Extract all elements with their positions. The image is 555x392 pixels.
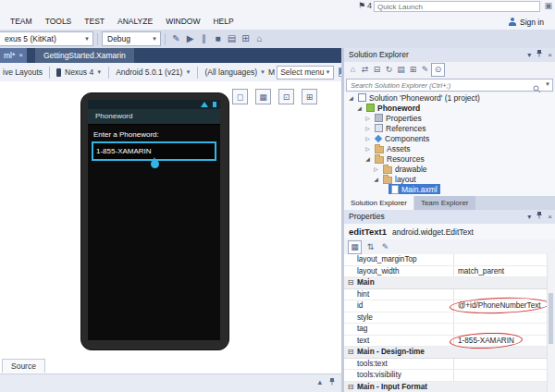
zoom-fit-icon[interactable]: ⊡	[278, 89, 294, 104]
selection-handle[interactable]	[151, 160, 159, 168]
expander-icon[interactable]: ▷	[364, 135, 372, 141]
device-log-icon[interactable]: ▤	[225, 31, 239, 47]
alphabetical-icon[interactable]: ⇅	[364, 240, 376, 254]
tree-item-layout[interactable]: ◢layout	[344, 174, 555, 184]
solution-search-input[interactable]	[349, 80, 524, 92]
menu-item-team[interactable]: TEAM	[4, 14, 39, 30]
close-icon[interactable]: ×	[18, 48, 23, 63]
tab-gettingstarted[interactable]: GettingStarted.Xamarin	[35, 48, 134, 63]
tree-item-assets[interactable]: ▷Assets	[344, 143, 555, 153]
tree-item-phoneword[interactable]: ◢Phoneword	[344, 103, 555, 113]
designer-canvas[interactable]: ◻▦⊡⊞ Phoneword Enter a Phoneword: 1-855-…	[0, 81, 341, 374]
window-menu-icon[interactable]: ▣	[544, 1, 552, 10]
properties-scrollbar[interactable]	[547, 254, 555, 392]
collapse-icon[interactable]: ⊟	[344, 278, 357, 287]
sign-in-area[interactable]: Sign in	[509, 14, 544, 30]
expand-panel-icon[interactable]: ▴	[317, 377, 322, 387]
categorized-icon[interactable]: ▦	[348, 240, 362, 254]
language-selector[interactable]: (All languages) ▼	[202, 67, 268, 77]
inspect-icon[interactable]: ✎	[169, 31, 183, 47]
menu-item-window[interactable]: WINDOW	[159, 14, 206, 30]
property-section-main-input-format[interactable]: ⊟Main - Input Format	[344, 382, 548, 392]
tree-item-drawable[interactable]: ▷drawable	[344, 164, 555, 174]
section-label: Main - Input Format	[357, 383, 427, 391]
expander-icon[interactable]: ◢	[364, 155, 372, 162]
property-value-field[interactable]	[453, 359, 548, 370]
tree-item-references[interactable]: ▷References	[344, 123, 555, 133]
pin-icon[interactable]	[536, 210, 543, 224]
menu-item-analyze[interactable]: ANALYZE	[111, 14, 159, 30]
tab-main-axml[interactable]: ml* ×	[0, 48, 27, 63]
expander-icon[interactable]: ◢	[355, 104, 364, 111]
menu-item-help[interactable]: HELP	[206, 14, 240, 30]
selection-mode-icon[interactable]: ◻	[232, 89, 248, 104]
quick-launch-input[interactable]	[374, 1, 540, 12]
solution-explorer-header[interactable]: Solution Explorer ▾ ×	[344, 48, 555, 62]
tree-item-properties[interactable]: ▷Properties	[344, 113, 555, 123]
preview-icon[interactable]: ✎	[419, 63, 431, 77]
property-value-field[interactable]	[453, 289, 548, 300]
select-menu-combo[interactable]: Select menu ▼	[277, 66, 334, 80]
device-combo[interactable]: exus 5 (KitKat) ▼	[0, 31, 93, 46]
pin-icon[interactable]	[328, 377, 336, 387]
tree-item-resources[interactable]: ◢Resources	[344, 153, 555, 164]
notifications-area[interactable]: ⚑ 4	[358, 1, 372, 10]
expander-icon[interactable]: ▷	[364, 145, 372, 152]
property-value-field[interactable]	[453, 324, 548, 335]
expander-icon[interactable]: ▷	[364, 115, 372, 121]
property-value-field[interactable]: @+id/PhoneNumberText	[453, 300, 548, 312]
tab-source[interactable]: Source	[2, 359, 45, 373]
expander-icon[interactable]: ◢	[372, 176, 380, 182]
pause-icon[interactable]: ∥	[197, 31, 211, 47]
start-icon[interactable]: ▶	[183, 31, 197, 47]
property-section-main-design-time[interactable]: ⊟Main - Design-time	[344, 347, 548, 359]
collapse-icon[interactable]: ⊟	[344, 348, 357, 356]
tree-item-main-axml[interactable]: Main.axml	[344, 184, 555, 194]
collapse-all-icon[interactable]: ⊟	[371, 63, 383, 77]
property-value-field[interactable]	[453, 312, 548, 324]
zoom-actual-icon[interactable]: ⊞	[302, 89, 317, 104]
tree-item-solution-phoneword-1-project[interactable]: ◢Solution 'Phoneword' (1 project)	[344, 92, 555, 103]
android-version-selector[interactable]: Android 5.0.1 (v21) ▼	[113, 67, 193, 77]
expander-icon[interactable]: ▷	[364, 125, 372, 131]
chevron-down-icon[interactable]: ▾	[527, 48, 531, 62]
menu-item-test[interactable]: TEST	[78, 14, 111, 30]
property-value-field[interactable]: 1-855-XAMARIN	[453, 336, 548, 347]
tab-team-explorer[interactable]: Team Explorer	[414, 196, 475, 210]
stop-icon[interactable]: ■	[211, 31, 225, 47]
menu-item-tools[interactable]: TOOLS	[39, 14, 79, 30]
device-manager-icon[interactable]: ⌂	[253, 31, 266, 47]
property-value-field[interactable]	[453, 254, 548, 265]
property-value-field[interactable]	[453, 370, 548, 381]
expander-icon[interactable]: ◢	[347, 94, 355, 101]
android-screen[interactable]: Phoneword Enter a Phoneword: 1-855-XAMAR…	[88, 100, 220, 340]
expander-icon[interactable]: ▷	[372, 165, 380, 172]
phone-number-edittext[interactable]: 1-855-XAMARIN	[92, 141, 216, 161]
chevron-down-icon[interactable]: ▾	[527, 210, 531, 224]
sdk-manager-icon[interactable]: ⊞	[239, 31, 253, 47]
collapse-icon[interactable]: ⊟	[344, 383, 357, 391]
home-icon[interactable]: ⌂	[347, 63, 359, 77]
chevron-down-icon[interactable]: ▼	[545, 81, 550, 87]
bottom-panel-bar[interactable]: ▴	[0, 374, 341, 392]
pin-icon[interactable]	[536, 48, 543, 62]
properties-header[interactable]: Properties ▾ ×	[344, 210, 555, 224]
show-all-files-icon[interactable]: ▤	[395, 63, 407, 77]
grid-mode-icon[interactable]: ▦	[255, 89, 271, 104]
switch-views-icon[interactable]: ⇄	[359, 63, 371, 77]
sync-icon[interactable]: ⊙	[431, 63, 445, 77]
close-icon[interactable]: ×	[548, 210, 552, 224]
tab-solution-explorer[interactable]: Solution Explorer	[344, 196, 413, 210]
refresh-icon[interactable]: ↻	[383, 63, 395, 77]
scrollbar-thumb[interactable]	[549, 293, 553, 344]
property-section-main[interactable]: ⊟Main	[344, 277, 548, 289]
phoneword-label[interactable]: Enter a Phoneword:	[93, 130, 220, 139]
alternative-layouts-button[interactable]: ive Layouts	[0, 67, 45, 77]
properties-icon[interactable]: ⊞	[407, 63, 419, 77]
property-value-field[interactable]: match_parent	[453, 266, 548, 277]
config-combo[interactable]: Debug ▼	[102, 31, 161, 46]
tree-item-components[interactable]: ▷Components	[344, 133, 555, 143]
device-selector[interactable]: Nexus 4 ▼	[54, 67, 105, 77]
close-icon[interactable]: ×	[548, 48, 552, 62]
property-pages-icon[interactable]: ✎	[379, 240, 391, 254]
